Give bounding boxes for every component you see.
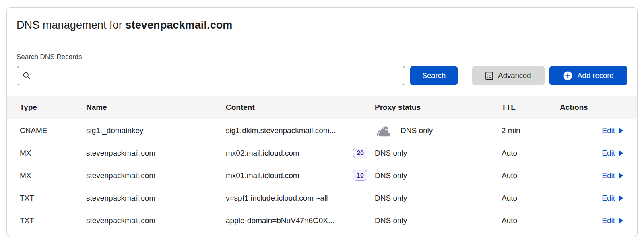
search-icon (23, 72, 31, 80)
record-content: mx02.mail.icloud.com 20 (226, 148, 375, 158)
header-name: Name (86, 103, 226, 112)
record-content: apple-domain=bNuV47n6G0X... (226, 216, 375, 225)
plus-circle-icon (563, 71, 572, 80)
record-type: MX (20, 171, 86, 180)
record-actions: Edit (560, 126, 623, 135)
record-ttl: Auto (502, 194, 560, 203)
record-ttl: Auto (502, 216, 560, 225)
list-document-icon (485, 72, 493, 80)
table-body: CNAME sig1._domainkey sig1.dkim.stevenpa… (7, 119, 637, 232)
record-content: v=spf1 include:icloud.com ~all (226, 194, 375, 203)
record-content-text: v=spf1 include:icloud.com ~all (226, 194, 328, 203)
proxy-status-label: DNS only (375, 216, 407, 225)
caret-right-icon (619, 172, 623, 179)
header-ttl: TTL (502, 103, 560, 112)
proxy-status-label: DNS only (375, 171, 407, 180)
proxy-status-cell: DNS only (375, 149, 502, 158)
record-name: sig1._domainkey (86, 126, 226, 135)
record-content-text: sig1.dkim.stevenpackmail.com... (226, 126, 336, 135)
search-input-container[interactable] (17, 66, 405, 85)
record-actions: Edit (560, 149, 623, 158)
header-content: Content (226, 103, 375, 112)
proxy-status-label: DNS only (400, 126, 433, 135)
mx-priority-badge: 10 (353, 170, 367, 181)
record-type: CNAME (20, 126, 86, 135)
add-record-button[interactable]: Add record (549, 66, 627, 85)
page-title: DNS management for stevenpackmail.com (17, 19, 627, 31)
advanced-button[interactable]: Advanced (472, 66, 545, 85)
record-ttl: 2 min (502, 126, 560, 135)
table-header-row: Type Name Content Proxy status TTL Actio… (7, 96, 637, 119)
record-actions: Edit (560, 171, 623, 180)
edit-button[interactable]: Edit (602, 126, 623, 135)
table-row: CNAME sig1._domainkey sig1.dkim.stevenpa… (7, 119, 637, 142)
caret-right-icon (619, 127, 623, 134)
page-title-prefix: DNS management for (17, 19, 126, 31)
page-title-domain: stevenpackmail.com (126, 19, 233, 31)
table-row: TXT stevenpackmail.com v=spf1 include:ic… (7, 187, 637, 209)
edit-button[interactable]: Edit (602, 171, 623, 180)
record-actions: Edit (560, 194, 623, 203)
record-type: MX (20, 149, 86, 158)
record-type: TXT (20, 194, 86, 203)
table-row: MX stevenpackmail.com mx02.mail.icloud.c… (7, 142, 637, 164)
record-content: sig1.dkim.stevenpackmail.com... (226, 126, 375, 135)
record-name: stevenpackmail.com (86, 194, 226, 203)
edit-button-label: Edit (602, 149, 615, 158)
table-row: TXT stevenpackmail.com apple-domain=bNuV… (7, 209, 637, 232)
proxy-status-cell: DNS only (375, 171, 502, 180)
record-name: stevenpackmail.com (86, 149, 226, 158)
add-record-button-label: Add record (577, 71, 614, 80)
proxy-status-cell: DNS only (375, 216, 502, 225)
edit-button-label: Edit (602, 216, 615, 225)
record-content-text: mx01.mail.icloud.com (226, 171, 299, 180)
edit-button-label: Edit (602, 126, 615, 135)
edit-button-label: Edit (602, 194, 615, 203)
record-name: stevenpackmail.com (86, 216, 226, 225)
search-button[interactable]: Search (410, 66, 458, 85)
proxy-status-label: DNS only (375, 149, 407, 158)
record-actions: Edit (560, 216, 623, 225)
record-content-text: apple-domain=bNuV47n6G0X... (226, 216, 334, 225)
header-proxy-status: Proxy status (375, 103, 502, 112)
mx-priority-badge: 20 (353, 148, 367, 158)
record-ttl: Auto (502, 171, 560, 180)
proxy-status-label: DNS only (375, 194, 407, 203)
proxy-status-cell: DNS only (375, 124, 502, 137)
search-label: Search DNS Records (17, 53, 627, 61)
dns-management-card: DNS management for stevenpackmail.com Se… (6, 7, 638, 237)
advanced-button-label: Advanced (498, 71, 531, 80)
dns-records-table: Type Name Content Proxy status TTL Actio… (7, 96, 637, 232)
cloud-arrow-icon (375, 124, 394, 137)
search-input[interactable] (35, 72, 399, 80)
caret-right-icon (619, 217, 623, 224)
table-row: MX stevenpackmail.com mx01.mail.icloud.c… (7, 164, 637, 187)
proxy-status-cell: DNS only (375, 194, 502, 203)
header-type: Type (20, 103, 86, 112)
edit-button[interactable]: Edit (602, 149, 623, 158)
search-row: Search Advanced Add record (17, 66, 627, 85)
edit-button-label: Edit (602, 171, 615, 180)
record-ttl: Auto (502, 149, 560, 158)
edit-button[interactable]: Edit (602, 216, 623, 225)
caret-right-icon (619, 195, 623, 201)
caret-right-icon (619, 150, 623, 156)
record-name: stevenpackmail.com (86, 171, 226, 180)
record-content: mx01.mail.icloud.com 10 (226, 170, 375, 181)
record-type: TXT (20, 216, 86, 225)
edit-button[interactable]: Edit (602, 194, 623, 203)
header-actions: Actions (560, 103, 623, 112)
record-content-text: mx02.mail.icloud.com (226, 149, 299, 158)
